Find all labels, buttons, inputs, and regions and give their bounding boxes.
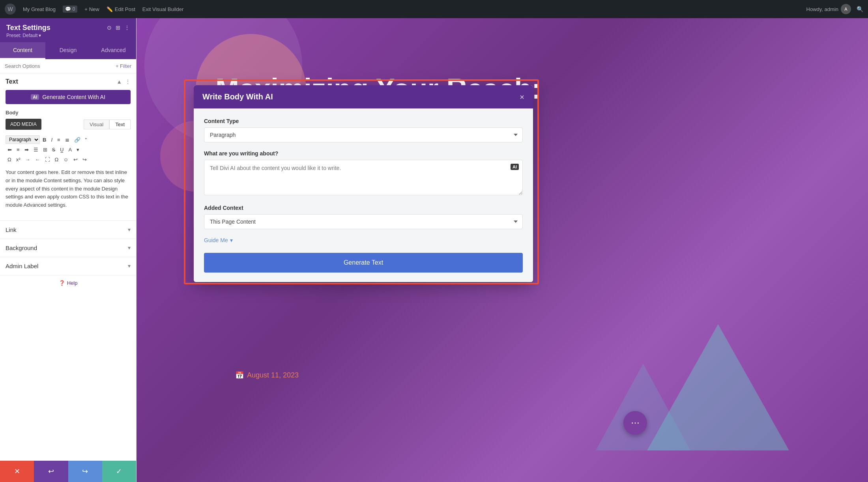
- generate-text-button[interactable]: Generate Text: [204, 253, 523, 273]
- filter-button[interactable]: + Filter: [116, 63, 131, 69]
- justify-button[interactable]: ☰: [32, 146, 40, 154]
- tab-advanced[interactable]: Advanced: [91, 42, 136, 59]
- save-button[interactable]: ✓: [102, 461, 136, 482]
- special2-button[interactable]: Ω: [53, 155, 61, 164]
- undo-button[interactable]: ↩: [34, 461, 68, 482]
- wp-admin-bar: W My Great Blog 💬 0 + New ✏️ Edit Post E…: [0, 0, 868, 18]
- bold-button[interactable]: B: [41, 135, 48, 144]
- tab-content[interactable]: Content: [0, 42, 45, 59]
- paragraph-select[interactable]: Paragraph: [6, 135, 40, 144]
- search-bar: + Filter: [0, 59, 136, 73]
- sidebar-action-bar: ✕ ↩ ↪ ✓: [0, 461, 136, 482]
- modal-header: Write Body With AI ×: [194, 85, 533, 108]
- underline-button[interactable]: U̲: [58, 146, 66, 154]
- unordered-list-button[interactable]: ≡: [55, 135, 62, 144]
- background-label: Background: [6, 245, 37, 251]
- redo-button[interactable]: ↪: [68, 461, 102, 482]
- canvas: Maximizing Your Reach: Social Medi Strat…: [137, 18, 868, 482]
- site-name-link[interactable]: My Great Blog: [23, 6, 56, 12]
- indent-button[interactable]: →: [23, 155, 32, 164]
- align-left-button[interactable]: ⬅: [6, 146, 14, 154]
- comments-link[interactable]: 💬 0: [63, 6, 77, 13]
- grid-icon[interactable]: ⊞: [116, 24, 120, 31]
- table-button[interactable]: ⊞: [41, 146, 49, 154]
- fullscreen-button[interactable]: ⛶: [43, 155, 52, 164]
- search-icon[interactable]: 🔍: [857, 6, 863, 12]
- wp-logo-icon[interactable]: W: [5, 4, 16, 15]
- modal-footer: Generate Text: [194, 253, 533, 282]
- edit-post-link[interactable]: ✏️ Edit Post: [107, 6, 135, 12]
- ordered-list-button[interactable]: ≣: [63, 135, 71, 144]
- generate-ai-button[interactable]: AI Generate Content With AI: [6, 90, 131, 104]
- chevron-up-icon[interactable]: ▲: [116, 78, 122, 85]
- sidebar-preset: Preset: Default ▾: [6, 33, 51, 38]
- site-name: My Great Blog: [23, 6, 56, 12]
- canvas-date: 📅 August 11, 2023: [235, 371, 299, 379]
- writing-about-field: What are you writing about? AI: [204, 150, 523, 197]
- link-section: Link ▾: [0, 220, 136, 239]
- writing-about-label: What are you writing about?: [204, 150, 523, 157]
- sidebar-header: Text Settings Preset: Default ▾ ⊙ ⊞ ⋮: [0, 18, 136, 42]
- emoji-button[interactable]: ☺: [61, 155, 70, 164]
- exit-builder-link[interactable]: Exit Visual Builder: [142, 6, 184, 12]
- content-type-field: Content Type Paragraph Bullet List Numbe…: [204, 118, 523, 142]
- ai-badge: AI: [31, 94, 39, 100]
- admin-label-collapsible-header[interactable]: Admin Label ▾: [6, 263, 131, 269]
- undo-editor-button[interactable]: ↩: [71, 155, 80, 164]
- strikethrough-button[interactable]: S̶: [50, 146, 57, 154]
- close-button[interactable]: ✕: [0, 461, 34, 482]
- help-link[interactable]: ❓ Help: [59, 280, 78, 286]
- sidebar-tabs: Content Design Advanced: [0, 42, 136, 59]
- more-icon[interactable]: ⋮: [124, 24, 130, 31]
- new-link[interactable]: + New: [84, 6, 99, 12]
- search-input[interactable]: [5, 63, 112, 69]
- body-label: Body: [6, 110, 131, 116]
- text-section: Text ▲ ⋮ AI Generate Content With AI Bod…: [0, 73, 136, 220]
- background-section: Background ▾: [0, 239, 136, 257]
- writing-about-textarea[interactable]: [204, 160, 523, 195]
- tab-design[interactable]: Design: [45, 42, 91, 59]
- outdent-button[interactable]: ←: [33, 155, 42, 164]
- modal-close-button[interactable]: ×: [520, 93, 524, 101]
- chevron-down-icon: ▾: [39, 33, 41, 38]
- chevron-down-icon: ▾: [128, 263, 131, 269]
- background-collapsible-header[interactable]: Background ▾: [6, 245, 131, 251]
- content-type-label: Content Type: [204, 118, 523, 124]
- section-title: Text: [6, 78, 18, 85]
- align-right-button[interactable]: ➡: [22, 146, 31, 154]
- align-center-button[interactable]: ≡: [15, 146, 22, 154]
- chevron-down-icon: ▾: [128, 226, 131, 233]
- tab-visual[interactable]: Visual: [84, 120, 109, 129]
- plus-icon: +: [84, 6, 88, 12]
- added-context-select[interactable]: This Page Content No Context Custom Cont…: [204, 214, 523, 229]
- redo-editor-button[interactable]: ↪: [80, 155, 89, 164]
- link-collapsible-header[interactable]: Link ▾: [6, 226, 131, 233]
- chevron-down-icon: ▾: [128, 245, 131, 251]
- textarea-ai-badge: AI: [511, 164, 519, 170]
- user-avatar[interactable]: A: [841, 4, 851, 14]
- text-color-button[interactable]: A: [67, 146, 74, 154]
- chevron-down-icon: ▾: [230, 237, 233, 243]
- sidebar-title: Text Settings: [6, 24, 51, 32]
- add-media-button[interactable]: ADD MEDIA: [6, 119, 41, 130]
- focus-icon[interactable]: ⊙: [107, 24, 112, 31]
- tab-text[interactable]: Text: [109, 120, 131, 129]
- superscript-button[interactable]: x²: [14, 155, 22, 164]
- modal-title: Write Body With AI: [202, 92, 273, 101]
- italic-button[interactable]: I: [49, 135, 54, 144]
- modal-body: Content Type Paragraph Bullet List Numbe…: [194, 108, 533, 253]
- blockquote-button[interactable]: ": [83, 135, 89, 144]
- float-action-button[interactable]: ⋯: [623, 411, 647, 435]
- added-context-field: Added Context This Page Content No Conte…: [204, 205, 523, 229]
- editor-content[interactable]: Your content goes here. Edit or remove t…: [6, 167, 131, 211]
- write-ai-modal: Write Body With AI × Content Type Paragr…: [194, 85, 533, 282]
- content-type-select[interactable]: Paragraph Bullet List Numbered List Head…: [204, 127, 523, 142]
- more-toolbar-button[interactable]: ▾: [75, 146, 81, 154]
- guide-me-link[interactable]: Guide Me ▾: [204, 237, 523, 243]
- admin-label-section: Admin Label ▾: [0, 257, 136, 275]
- link-button[interactable]: 🔗: [72, 135, 82, 144]
- edit-icon: ✏️: [107, 6, 113, 12]
- added-context-label: Added Context: [204, 205, 523, 211]
- section-more-icon[interactable]: ⋮: [125, 78, 131, 85]
- special-char-button[interactable]: Ω: [6, 155, 13, 164]
